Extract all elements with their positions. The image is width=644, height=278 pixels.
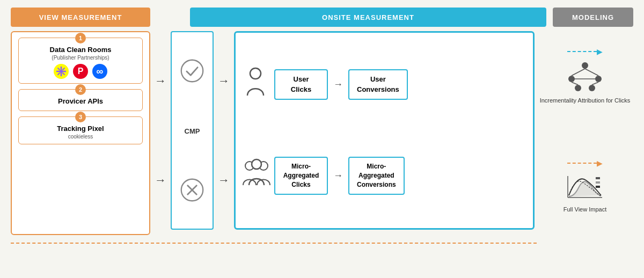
svg-rect-30 (596, 181, 600, 184)
view-section: 1 Data Clean Rooms (Publisher Partnershi… (11, 31, 150, 235)
header-modeling: MODELING (553, 8, 633, 27)
svg-line-5 (58, 68, 60, 70)
item-number-1: 1 (75, 33, 86, 43)
blue-dotted-arrow: ▶ (567, 47, 603, 56)
svg-point-13 (250, 68, 261, 79)
svg-point-0 (60, 70, 63, 73)
svg-point-16 (252, 159, 261, 169)
modeling-item-2: ▶ Full View Impact (564, 159, 607, 214)
user-clicks-box: UserClicks (274, 69, 328, 99)
svg-point-21 (589, 85, 595, 91)
header-onsite-measurement: ONSITE MEASUREMENT (190, 8, 546, 27)
svg-point-20 (575, 85, 581, 91)
arrow-3-icon: → (218, 74, 230, 88)
single-person-icon (242, 66, 269, 103)
view-item-data-clean-rooms: 1 Data Clean Rooms (Publisher Partnershi… (18, 38, 143, 84)
incrementality-label: Incrementality Attribution for Clicks (540, 97, 631, 105)
svg-point-9 (181, 60, 203, 82)
onsite-arrow-1: → (333, 79, 343, 90)
incrementality-chart-icon (566, 60, 604, 92)
modeling-item-1: ▶ Incrementality Attribution for Clicks (540, 47, 631, 105)
data-clean-rooms-subtitle: (Publisher Partnerships) (24, 55, 137, 61)
arrows-cmp-to-onsite: → → (216, 31, 232, 230)
headers-row: VIEW MEASUREMENT ONSITE MEASUREMENT MODE… (11, 8, 633, 27)
bottom-dotted-container (11, 236, 633, 247)
svg-line-24 (572, 82, 578, 85)
onsite-row-1: UserClicks → UserConversions (242, 66, 526, 103)
bottom-orange-dotted-line (11, 243, 537, 244)
blue-arrow-tip-icon: ▶ (597, 47, 603, 56)
svg-line-23 (585, 69, 598, 76)
logos-row: P ∞ (24, 64, 137, 79)
check-consent-icon (180, 58, 204, 83)
micro-aggregated-clicks-box: Micro-AggregatedClicks (274, 157, 328, 194)
svg-line-8 (58, 73, 60, 75)
orange-dotted-line (567, 163, 597, 164)
diagram: VIEW MEASUREMENT ONSITE MEASUREMENT MODE… (11, 8, 633, 270)
blue-dotted-line (567, 51, 597, 52)
item-number-3: 3 (75, 112, 86, 122)
header-view-measurement: VIEW MEASUREMENT (11, 8, 150, 27)
provicer-apis-title: Provicer APIs (24, 97, 137, 105)
tracking-pixel-subtitle: cookieless (24, 134, 137, 140)
cmp-section: CMP (171, 31, 214, 230)
onsite-section: UserClicks → UserConversions (234, 31, 535, 230)
arrow-1-icon: → (155, 74, 166, 88)
onsite-row-2: Micro-AggregatedClicks → Micro-Aggregate… (242, 157, 526, 194)
onsite-arrow-2: → (333, 170, 343, 181)
arrow-4-icon: → (218, 173, 230, 187)
svg-line-6 (63, 73, 65, 75)
cmp-label: CMP (185, 127, 200, 135)
svg-point-17 (582, 62, 588, 69)
orange-dotted-arrow: ▶ (567, 159, 603, 167)
item-number-2: 2 (75, 84, 86, 95)
arrows-view-to-cmp: → → (152, 31, 169, 230)
full-view-impact-chart-icon (564, 172, 606, 201)
svg-rect-29 (596, 177, 600, 179)
view-item-provicer-apis: 2 Provicer APIs (18, 89, 143, 111)
arrow-2-icon: → (155, 173, 166, 187)
x-no-consent-icon (180, 178, 204, 202)
user-conversions-box: UserConversions (348, 69, 408, 99)
tracking-pixel-title: Tracking Pixel (24, 125, 137, 133)
meta-logo: ∞ (92, 64, 107, 79)
snapchat-logo (54, 64, 69, 79)
micro-aggregated-conversions-box: Micro-AggregatedConversions (348, 157, 405, 194)
pinterest-logo: P (73, 64, 88, 79)
group-person-icon (242, 157, 269, 194)
svg-rect-31 (596, 186, 600, 188)
orange-arrow-tip-icon: ▶ (597, 159, 603, 167)
data-clean-rooms-title: Data Clean Rooms (24, 46, 137, 54)
right-section: ▶ Incrementality Attribution for Clicks (537, 31, 633, 230)
svg-line-22 (572, 69, 585, 76)
main-layout: 1 Data Clean Rooms (Publisher Partnershi… (11, 31, 633, 235)
svg-line-25 (592, 82, 598, 85)
view-item-tracking-pixel: 3 Tracking Pixel cookieless (18, 116, 143, 144)
svg-line-7 (63, 68, 65, 70)
full-view-impact-label: Full View Impact (564, 206, 607, 214)
